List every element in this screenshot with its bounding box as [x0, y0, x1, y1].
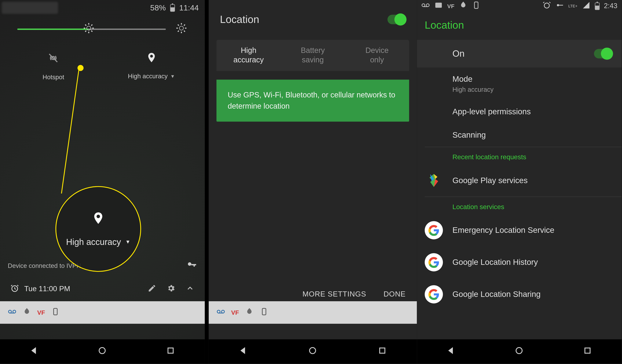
phone-icon — [260, 307, 269, 318]
svg-point-18 — [426, 4, 429, 7]
svg-point-5 — [9, 310, 11, 313]
brightness-settings-icon[interactable] — [175, 22, 188, 36]
clock: 2:43 — [604, 2, 617, 10]
battery-icon — [595, 2, 600, 10]
home-button[interactable] — [308, 345, 318, 358]
recent-play-services-row[interactable]: Google Play services — [452, 165, 622, 197]
image-icon — [434, 1, 443, 11]
emergency-location-row[interactable]: Emergency Location Service — [452, 214, 622, 246]
location-tile[interactable]: High accuracy ▼ — [119, 52, 184, 80]
alarm-time[interactable]: Tue 11:00 PM — [24, 285, 70, 293]
segment-battery-saving[interactable]: Battery saving — [281, 40, 345, 71]
more-settings-button[interactable]: MORE SETTINGS — [302, 290, 366, 299]
location-master-toggle[interactable] — [388, 15, 406, 24]
app-permissions-row[interactable]: App-level permissions — [452, 100, 622, 123]
location-toggle[interactable] — [594, 49, 612, 58]
home-button[interactable] — [97, 345, 108, 358]
edit-icon[interactable] — [148, 284, 156, 294]
leaf-icon — [245, 307, 254, 318]
google-icon — [425, 221, 443, 239]
hotspot-tile[interactable]: Hotspot — [21, 52, 86, 80]
mode-value: High accuracy — [452, 86, 612, 93]
mode-segment: High accuracy Battery saving Device only — [216, 40, 409, 71]
svg-rect-21 — [474, 2, 478, 8]
voicemail-icon — [216, 307, 225, 318]
svg-point-0 — [87, 26, 91, 30]
vf-icon: VF — [231, 309, 239, 316]
svg-point-11 — [217, 310, 220, 313]
page-title: Location — [425, 19, 464, 31]
svg-rect-8 — [54, 308, 57, 315]
nav-bar — [417, 339, 622, 364]
voicemail-icon — [421, 1, 430, 11]
nav-bar — [209, 339, 417, 364]
location-sharing-row[interactable]: Google Location Sharing — [452, 278, 622, 310]
svg-point-25 — [516, 347, 522, 354]
svg-rect-20 — [435, 3, 442, 8]
location-history-row[interactable]: Google Location History — [452, 246, 622, 278]
google-icon — [425, 253, 443, 271]
status-bar: 58% 11:44 — [0, 0, 205, 16]
svg-point-6 — [13, 310, 16, 313]
location-on-row[interactable]: On — [417, 40, 622, 67]
location-mode-sheet: Location High accuracy Battery saving De… — [209, 0, 417, 364]
carrier-blur — [2, 2, 58, 14]
mode-row[interactable]: Mode High accuracy — [452, 67, 622, 100]
recents-button[interactable] — [165, 345, 176, 358]
svg-rect-16 — [380, 348, 385, 353]
svg-point-23 — [557, 4, 559, 6]
battery-icon — [170, 4, 175, 12]
hotspot-label: Hotspot — [42, 74, 64, 80]
back-button[interactable] — [29, 345, 39, 358]
location-settings-screen: VF LTE+ 2:43 Location On Mode High accur… — [417, 0, 622, 364]
notification-strip[interactable]: VF — [209, 301, 417, 324]
alarm-icon — [542, 1, 551, 11]
vf-icon: VF — [447, 3, 454, 9]
svg-rect-14 — [262, 308, 266, 315]
segment-high-accuracy[interactable]: High accuracy — [216, 40, 281, 71]
on-label: On — [452, 49, 465, 59]
back-button[interactable] — [238, 345, 249, 358]
brightness-slider[interactable] — [17, 28, 166, 30]
svg-point-22 — [544, 3, 549, 8]
chevron-down-icon[interactable]: ▼ — [170, 74, 175, 79]
svg-point-1 — [179, 26, 183, 30]
status-bar: VF LTE+ 2:43 — [417, 0, 622, 12]
recents-button[interactable] — [377, 345, 388, 358]
recents-button[interactable] — [582, 345, 593, 358]
vpn-key-icon[interactable] — [187, 260, 197, 271]
svg-point-15 — [310, 347, 316, 354]
svg-point-17 — [422, 4, 425, 7]
chevron-up-icon[interactable] — [186, 284, 194, 294]
qs-footer: Tue 11:00 PM — [0, 279, 205, 299]
location-pin-icon — [146, 52, 157, 65]
segment-device-only[interactable]: Device only — [345, 40, 409, 71]
chevron-down-icon: ▼ — [125, 239, 131, 245]
location-tile-label: High accuracy — [128, 73, 168, 80]
svg-rect-24 — [559, 5, 563, 5]
recent-requests-header: Recent location requests — [452, 147, 622, 164]
brightness-thumb-icon[interactable] — [82, 22, 95, 36]
location-services-header: Location services — [452, 197, 622, 214]
clock: 11:44 — [179, 3, 199, 12]
location-pin-icon — [91, 211, 105, 227]
scanning-row[interactable]: Scanning — [452, 123, 622, 147]
gear-icon[interactable] — [167, 284, 175, 294]
notification-strip[interactable]: VF — [0, 301, 205, 324]
done-button[interactable]: DONE — [383, 290, 406, 299]
play-services-icon — [424, 171, 444, 191]
svg-rect-10 — [168, 348, 173, 353]
signal-icon — [582, 1, 590, 11]
voicemail-icon — [8, 307, 17, 318]
vf-icon: VF — [37, 309, 45, 316]
signal-label: LTE+ — [568, 4, 577, 8]
battery-percent: 58% — [150, 3, 166, 12]
mode-title: Mode — [452, 75, 612, 84]
home-button[interactable] — [514, 345, 525, 358]
vpn-status-text: Device connected to IVPN — [8, 262, 81, 269]
annotation-dot — [78, 65, 84, 71]
mode-description: Use GPS, Wi-Fi, Bluetooth, or cellular n… — [216, 80, 409, 121]
back-button[interactable] — [446, 345, 456, 358]
svg-point-12 — [221, 310, 224, 313]
annotation-label: High accuracy — [66, 237, 121, 247]
